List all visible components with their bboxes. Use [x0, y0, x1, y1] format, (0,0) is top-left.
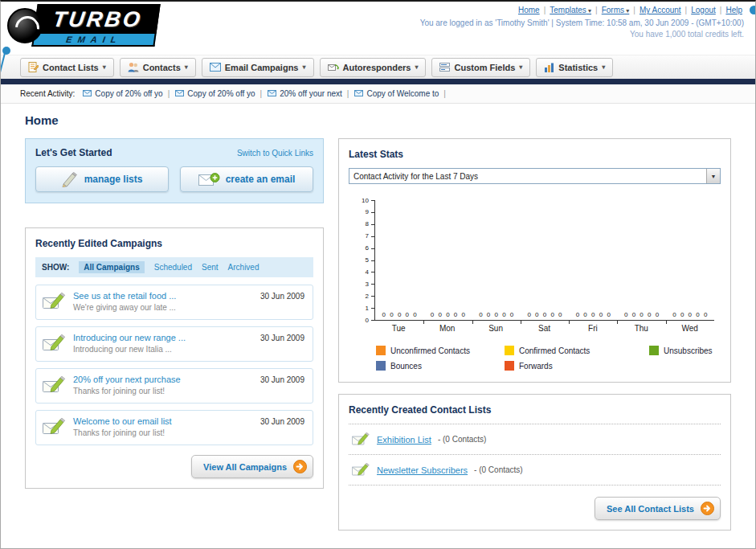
- campaign-subtitle: Thanks for joining our list!: [73, 428, 305, 437]
- view-all-campaigns-button[interactable]: View All Campaigns: [191, 455, 313, 478]
- legend-swatch: [376, 361, 386, 371]
- header: TURBO EMAIL Home|Templates ▾|Forms ▾|My …: [1, 2, 755, 55]
- item-separator: |: [347, 89, 349, 98]
- logo: TURBO EMAIL: [7, 4, 157, 47]
- logo-text: TURBO EMAIL: [31, 4, 160, 47]
- x-axis-label: Wed: [666, 324, 714, 333]
- nav-tab-contact-lists[interactable]: Contact Lists▾: [20, 58, 114, 77]
- contact-lists-icon: [28, 62, 39, 72]
- bar-group-values: 0 0 0 0 0: [375, 311, 423, 318]
- get-started-title: Let's Get Started: [35, 147, 112, 158]
- envelope-icon: [354, 90, 363, 96]
- legend-item-confirmed-contacts: Confirmed Contacts: [505, 346, 649, 355]
- arrow-circle-icon: [293, 460, 307, 473]
- campaign-row: See us at the retail food ...We're givin…: [35, 285, 313, 320]
- email-campaigns-icon: [210, 63, 221, 72]
- nav-tab-autoresponders[interactable]: Autoresponders▾: [320, 58, 427, 77]
- latest-stats-title: Latest Stats: [349, 149, 721, 160]
- arrow-circle-icon: [701, 502, 714, 515]
- top-link-logout[interactable]: Logout: [691, 6, 716, 14]
- x-axis-tick: [423, 321, 424, 324]
- y-axis-label: 0: [366, 318, 369, 324]
- contact-lists-title: Recently Created Contact Lists: [349, 404, 721, 416]
- campaign-subtitle: Thanks for joining our list!: [73, 387, 305, 395]
- nav-tab-statistics[interactable]: Statistics▾: [536, 58, 613, 77]
- link-separator: |: [544, 6, 546, 14]
- nav-tab-label: Autoresponders: [343, 63, 411, 72]
- see-all-contact-lists-label: See All Contact Lists: [607, 504, 694, 514]
- top-link-home[interactable]: Home: [518, 6, 540, 14]
- recent-activity-item[interactable]: Copy of 20% off yo: [175, 89, 255, 98]
- recent-activity-item[interactable]: Copy of 20% off yo: [83, 89, 162, 98]
- see-all-contact-lists-button[interactable]: See All Contact Lists: [595, 497, 721, 520]
- latest-stats-panel: Latest Stats Contact Activity for the La…: [338, 138, 731, 383]
- manage-lists-button[interactable]: manage lists: [35, 166, 169, 192]
- y-axis-label: 1: [366, 305, 369, 312]
- top-link-help[interactable]: Help: [725, 6, 742, 14]
- contact-list-link[interactable]: Newsletter Subscribers: [377, 465, 468, 475]
- nav-tab-custom-fields[interactable]: Custom Fields▾: [431, 58, 530, 77]
- campaign-filters: SHOW: All CampaignsScheduledSentArchived: [35, 257, 313, 277]
- chevron-down-icon: ▼: [706, 169, 720, 183]
- chevron-down-icon: ▾: [185, 64, 188, 71]
- legend-swatch: [376, 346, 386, 355]
- manage-lists-label: manage lists: [84, 174, 143, 185]
- page-title: Home: [25, 113, 731, 127]
- contact-list-link[interactable]: Exhibition List: [377, 435, 431, 445]
- chevron-down-icon: ▾: [624, 7, 629, 14]
- create-an-email-label: create an email: [226, 174, 296, 185]
- legend-label: Unconfirmed Contacts: [390, 346, 470, 355]
- nav-tab-label: Contacts: [143, 63, 181, 72]
- item-separator: |: [260, 89, 263, 98]
- envelope-icon: [175, 90, 184, 96]
- y-axis-label: 9: [366, 209, 369, 215]
- main-content: Home Let's Get Started Switch to Quick L…: [1, 104, 755, 549]
- bar-group-values: 0 0 0 0 0: [472, 311, 521, 318]
- x-axis-label: Mon: [423, 324, 471, 333]
- nav-tab-email-campaigns[interactable]: Email Campaigns▾: [202, 58, 314, 77]
- stats-period-select[interactable]: Contact Activity for the Last 7 Days ▼: [349, 168, 721, 184]
- campaign-filter-archived[interactable]: Archived: [228, 263, 259, 272]
- pencil-icon: [62, 172, 79, 187]
- contact-activity-chart: 012345678910 0 0 0 0 00 0 0 0 00 0 0 0 0…: [353, 200, 714, 333]
- credits-info: You have 1,000 total credits left.: [420, 30, 744, 39]
- top-link-my-account[interactable]: My Account: [640, 6, 681, 14]
- campaign-filter-scheduled[interactable]: Scheduled: [154, 263, 192, 272]
- campaign-filter-sent[interactable]: Sent: [202, 263, 219, 272]
- create-an-email-button[interactable]: create an email: [180, 166, 313, 192]
- recent-activity-item[interactable]: Copy of Welcome to: [354, 89, 439, 98]
- y-axis-label: 8: [366, 221, 369, 227]
- get-started-buttons: manage listscreate an email: [35, 166, 313, 192]
- campaign-subtitle: Introducing our new Italia ...: [73, 345, 305, 354]
- top-link-templates[interactable]: Templates ▾: [550, 6, 591, 14]
- item-separator: |: [168, 89, 170, 98]
- recent-activity-item[interactable]: 20% off your next: [268, 89, 342, 98]
- campaign-date: 30 Jun 2009: [260, 292, 304, 301]
- chevron-down-icon: ▾: [415, 64, 418, 71]
- login-info: You are logged in as 'Timothy Smith' | S…: [420, 18, 744, 27]
- link-separator: |: [720, 6, 722, 14]
- legend-label: Confirmed Contacts: [519, 346, 590, 355]
- campaigns-title: Recently Edited Campaigns: [35, 238, 313, 249]
- nav-tab-contacts[interactable]: Contacts▾: [120, 58, 196, 77]
- switch-quick-links-link[interactable]: Switch to Quick Links: [237, 149, 313, 158]
- contact-list-detail: - (0 Contacts): [474, 465, 523, 474]
- campaigns-panel: Recently Edited Campaigns SHOW: All Camp…: [25, 227, 324, 489]
- chart-plot-area: 0 0 0 0 00 0 0 0 00 0 0 0 00 0 0 0 00 0 …: [374, 200, 714, 321]
- campaign-row: Welcome to our email listThanks for join…: [35, 410, 313, 445]
- legend-item-unsubscribes: Unsubscribes: [649, 346, 721, 355]
- recent-activity-label: Recent Activity:: [20, 89, 75, 98]
- legend-label: Unsubscribes: [664, 346, 713, 355]
- legend-swatch: [505, 361, 514, 371]
- y-axis-label: 3: [366, 281, 369, 288]
- chart-value-labels: 0 0 0 0 00 0 0 0 00 0 0 0 00 0 0 0 00 0 …: [375, 311, 714, 318]
- top-link-forms[interactable]: Forms ▾: [602, 6, 630, 14]
- envelope-pencil-icon: [43, 418, 67, 436]
- campaign-filter-all-campaigns[interactable]: All Campaigns: [79, 261, 144, 273]
- link-separator: |: [633, 6, 635, 14]
- nav-tab-label: Statistics: [558, 63, 598, 72]
- campaign-row: 20% off your next purchaseThanks for joi…: [35, 368, 313, 404]
- nav-tab-label: Email Campaigns: [225, 63, 299, 72]
- nav-tab-label: Contact Lists: [43, 63, 99, 72]
- campaign-list: See us at the retail food ...We're givin…: [35, 285, 313, 445]
